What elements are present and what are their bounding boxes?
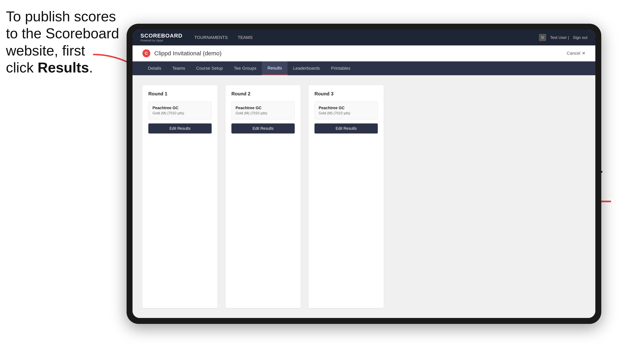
round-3-course-details: Gold (M) (7010 yds) — [319, 111, 374, 115]
round-2-course-card: Peachtree GC Gold (M) (7010 yds) — [232, 102, 295, 120]
round-1-course-name: Peachtree GC — [152, 106, 208, 110]
edit-results-button-round-3[interactable]: Edit Results — [314, 123, 378, 134]
round-3-course-card: Peachtree GC Gold (M) (7010 yds) — [314, 102, 378, 120]
main-content: Round 1 Peachtree GC Gold (M) (7010 yds)… — [132, 75, 595, 318]
sign-out-link[interactable]: Sign out — [573, 35, 588, 40]
round-1-card: Round 1 Peachtree GC Gold (M) (7010 yds)… — [142, 85, 218, 308]
edit-results-button-round-2[interactable]: Edit Results — [232, 123, 295, 134]
edit-results-button-round-1[interactable]: Edit Results — [148, 123, 212, 134]
round-1-title: Round 1 — [148, 91, 212, 97]
instruction-left: To publish scores to the Scoreboard webs… — [6, 8, 121, 76]
round-2-course-details: Gold (M) (7010 yds) — [236, 111, 290, 115]
top-nav: SCOREBOARD Powered by clippd TOURNAMENTS… — [132, 30, 595, 45]
tournament-name: Clippd Invitational (demo) — [154, 50, 222, 57]
cancel-button[interactable]: Cancel ✕ — [567, 51, 586, 56]
tab-tee-groups[interactable]: Tee Groups — [228, 61, 262, 75]
tournament-title-area: C Clippd Invitational (demo) — [142, 49, 222, 57]
tab-course-setup[interactable]: Course Setup — [191, 61, 228, 75]
round-1-course-details: Gold (M) (7010 yds) — [152, 111, 208, 115]
nav-right: U Test User | Sign out — [539, 34, 588, 41]
tab-details[interactable]: Details — [142, 61, 167, 75]
logo-text: SCOREBOARD — [140, 33, 182, 38]
round-2-card: Round 2 Peachtree GC Gold (M) (7010 yds)… — [226, 85, 301, 308]
round-2-course-name: Peachtree GC — [236, 106, 290, 110]
logo-subtitle: Powered by clippd — [140, 39, 182, 42]
nav-links: TOURNAMENTS TEAMS — [194, 35, 539, 40]
tournament-icon: C — [142, 49, 150, 57]
tablet-screen: SCOREBOARD Powered by clippd TOURNAMENTS… — [132, 30, 595, 318]
tab-leaderboards[interactable]: Leaderboards — [288, 61, 326, 75]
round-2-title: Round 2 — [232, 91, 295, 97]
round-3-course-name: Peachtree GC — [319, 106, 374, 110]
user-avatar: U — [539, 34, 546, 41]
tab-teams[interactable]: Teams — [167, 61, 191, 75]
tab-printables[interactable]: Printables — [325, 61, 356, 75]
round-3-card: Round 3 Peachtree GC Gold (M) (7010 yds)… — [308, 85, 384, 308]
round-1-course-card: Peachtree GC Gold (M) (7010 yds) — [148, 102, 212, 120]
logo-area: SCOREBOARD Powered by clippd — [140, 33, 182, 42]
nav-teams[interactable]: TEAMS — [238, 35, 253, 40]
sub-nav: Details Teams Course Setup Tee Groups Re… — [132, 61, 595, 75]
round-3-title: Round 3 — [314, 91, 378, 97]
tablet-frame: SCOREBOARD Powered by clippd TOURNAMENTS… — [126, 24, 601, 324]
nav-tournaments[interactable]: TOURNAMENTS — [194, 35, 228, 40]
tab-results[interactable]: Results — [262, 61, 288, 75]
tournament-header: C Clippd Invitational (demo) Cancel ✕ — [132, 45, 595, 61]
user-name: Test User | — [550, 35, 569, 40]
